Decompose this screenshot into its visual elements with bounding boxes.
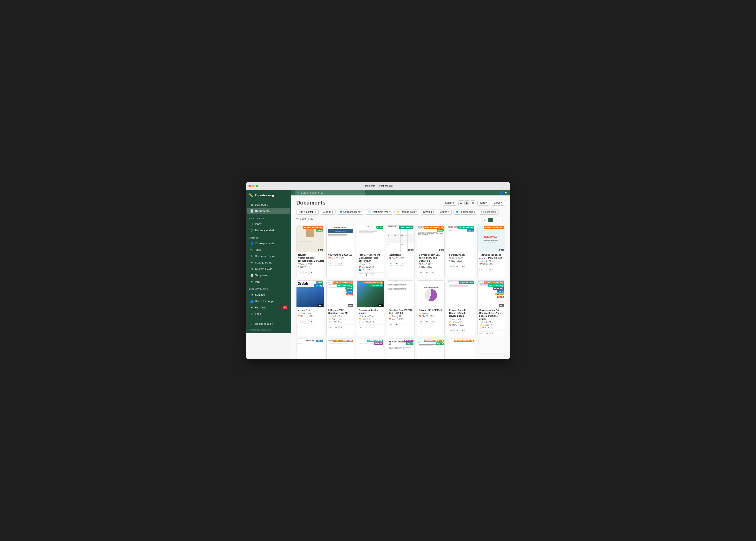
edit-button-1[interactable]: ✏ — [298, 271, 303, 274]
preview-button-9[interactable]: 👁 — [334, 325, 339, 329]
doc-card-4[interactable]: Country/Region State Price Qty US CA 10.… — [387, 225, 415, 278]
preview-button-1[interactable]: 👁 — [304, 271, 308, 274]
edit-button-9[interactable]: ✏ — [328, 325, 333, 329]
download-button-14[interactable]: ⬇ — [490, 331, 495, 335]
edit-button-5[interactable]: ✏ — [419, 271, 423, 274]
minimize-button[interactable] — [252, 185, 255, 187]
sidebar-item-tags[interactable]: 🏷 Tags — [247, 247, 290, 253]
user-icon[interactable]: 👤 ▾ — [499, 191, 507, 195]
sidebar-item-file-tasks[interactable]: ≡ File Tasks 18 — [247, 304, 290, 310]
edit-button-3[interactable]: ✏ — [359, 273, 363, 277]
doc-card-15[interactable]: Lorem ipsum Lorem ipsum dolor sit amet, … — [296, 338, 324, 359]
maximize-button[interactable] — [256, 185, 258, 187]
sidebar-item-custom-fields[interactable]: ⊞ Custom Fields — [247, 266, 290, 272]
doc-card-7[interactable]: CyberPower PowerPanel® Business Edition … — [477, 225, 505, 278]
grid-view-button[interactable]: ⊞ — [464, 201, 470, 205]
download-button-13[interactable]: ⬇ — [460, 329, 465, 332]
download-button-3[interactable]: ⬇ — [370, 273, 374, 277]
views-button[interactable]: Views ▾ — [491, 200, 505, 206]
edit-button-11[interactable]: ✏ — [389, 323, 393, 326]
sidebar-item-mail[interactable]: ✉ Mail — [247, 278, 290, 285]
edit-button-10[interactable]: ✏ — [359, 325, 363, 329]
edit-button-4[interactable]: ✏ — [389, 262, 393, 266]
download-button-7[interactable]: ⬇ — [490, 268, 495, 271]
download-button-12[interactable]: ⬇ — [430, 320, 435, 323]
doc-card-3[interactable]: Medical Teacher — [357, 225, 384, 278]
doc-card-8[interactable]: Drylab Inbox Test Tag 💬 1 — [296, 280, 324, 336]
sidebar-item-inbox[interactable]: ⬡ Inbox — [247, 221, 290, 227]
doc-card-14[interactable]: Review of New York Federal Petitions art… — [477, 280, 505, 336]
edit-button-7[interactable]: ✏ — [479, 268, 484, 271]
preview-button-13[interactable]: 👁 — [454, 329, 459, 332]
preview-button-4[interactable]: 👁 — [394, 262, 399, 266]
preview-button-2[interactable]: 👁 — [334, 262, 339, 266]
sidebar-item-dashboard[interactable]: ⊞ Dashboard — [247, 202, 290, 208]
download-button-4[interactable]: ⬇ — [400, 262, 404, 266]
added-filter[interactable]: Added ▾ — [438, 209, 452, 215]
page-1-button[interactable]: 1 — [488, 218, 493, 222]
prev-page-button[interactable]: « — [482, 218, 487, 222]
sidebar-item-correspondents[interactable]: 👤 Correspondents — [247, 240, 290, 247]
doc-card-6[interactable]: Serial Number Company Name Employee...97… — [447, 225, 475, 278]
tags-filter[interactable]: 🏷 Tags ▾ — [320, 209, 335, 215]
preview-button-5[interactable]: 👁 — [424, 271, 429, 274]
edit-button-12[interactable]: ✏ — [419, 320, 423, 323]
doc-card-10[interactable]: Another Sample Tag TagWithPartial 💬 1 2s… — [357, 280, 384, 336]
doc-card-5[interactable]: 9781999905958.TALES OF SHIVA Ma: 9780099… — [417, 225, 445, 278]
preview-button-10[interactable]: 👁 — [364, 325, 369, 329]
edit-button-14[interactable]: ✏ — [479, 331, 484, 335]
download-button-10[interactable]: ⬇ — [370, 325, 374, 329]
reset-filters-button[interactable]: × Reset filters — [479, 209, 499, 215]
preview-button-11[interactable]: 👁 — [394, 323, 399, 326]
table-view-button[interactable]: ▤ — [470, 201, 476, 205]
doc-card-11[interactable]: This is a test for the double space char… — [387, 280, 415, 336]
download-button-1[interactable]: ⬇ — [309, 271, 314, 274]
list-view-button[interactable]: ☰ — [458, 201, 464, 205]
preview-button-7[interactable]: 👁 — [485, 268, 490, 271]
correspondent-filter[interactable]: 👤 Correspondent ▾ — [337, 209, 364, 215]
doc-card-18[interactable]: The SAT Practice Test #1 Make time to ta… — [387, 338, 415, 359]
edit-button-13[interactable]: ✏ — [449, 329, 454, 332]
sidebar-item-users-groups[interactable]: 👥 Users & Groups — [247, 298, 290, 304]
sidebar-item-document-types[interactable]: # Document Types — [247, 253, 290, 259]
doc-card-9[interactable]: InDesign 2022 Scripting A — [326, 280, 354, 336]
sidebar-item-settings[interactable]: ⚙ Settings — [247, 291, 290, 298]
sidebar-item-storage-paths[interactable]: ≡ Storage Paths — [247, 260, 290, 266]
download-button-11[interactable]: ⬇ — [400, 323, 404, 326]
permissions-filter[interactable]: 👤 Permissions ▾ — [453, 209, 477, 215]
preview-button-6[interactable]: 👁 — [454, 265, 459, 268]
preview-button-12[interactable]: 👁 — [424, 320, 429, 323]
select-button[interactable]: Select ▾ — [443, 200, 457, 206]
doc-card-20[interactable]: Lorem ipsum Lorem ipsum dolor sit amet, … — [447, 338, 475, 359]
preview-button-3[interactable]: 👁 — [364, 273, 369, 277]
doc-card-17[interactable]: Contact Sheet Data Just another tag NewO… — [357, 338, 384, 359]
preview-button-8[interactable]: 👁 — [304, 320, 308, 323]
doc-card-13[interactable]: Review of Articles d'Affaires Auteur — [447, 280, 475, 336]
edit-button-2[interactable]: ✏ — [328, 262, 333, 266]
sidebar-item-documentation[interactable]: ? Documentation — [247, 320, 290, 327]
download-button-2[interactable]: ⬇ — [339, 262, 344, 266]
download-button-6[interactable]: ⬇ — [460, 265, 465, 268]
edit-button-6[interactable]: ✏ — [449, 265, 454, 268]
download-button-8[interactable]: ⬇ — [309, 320, 314, 323]
edit-button-8[interactable]: ✏ — [298, 320, 303, 323]
search-input[interactable] — [295, 190, 365, 196]
sidebar-item-logs[interactable]: ≡ Logs — [247, 311, 290, 317]
doc-card-1[interactable]: Another Sample Tag Inbox 💬 2 Newest Corr… — [296, 225, 324, 278]
document-type-filter[interactable]: 📄 Document type ▾ — [366, 209, 393, 215]
created-filter[interactable]: Created ▾ — [421, 209, 436, 215]
doc-card-12[interactable]: Raised BP Distribution 2011 Private: 201… — [417, 280, 445, 336]
download-button-5[interactable]: ⬇ — [430, 271, 435, 274]
preview-button-14[interactable]: 👁 — [485, 331, 490, 335]
next-page-button[interactable]: » — [500, 218, 505, 222]
storage-path-filter[interactable]: 📁 Storage path ▾ — [395, 209, 419, 215]
sidebar-item-documents[interactable]: 📄 Documents — [247, 208, 290, 214]
sidebar-item-templates[interactable]: 📋 Templates — [247, 272, 290, 278]
page-2-button[interactable]: 2 — [494, 218, 499, 222]
title-content-filter[interactable]: Title & content ▾ — [296, 209, 319, 215]
sidebar-item-recently-added[interactable]: ⬡ Recently Added — [247, 227, 290, 234]
doc-card-2[interactable]: MINUTES OF SCOTLAND 🏴󠁧󠁢󠁳󠁣󠁴󠁿 Scottish Gov… — [326, 225, 354, 278]
forward-button[interactable]: › — [266, 184, 269, 188]
sort-button[interactable]: Sort ▾ — [477, 200, 489, 206]
download-button-9[interactable]: ⬇ — [339, 325, 344, 329]
